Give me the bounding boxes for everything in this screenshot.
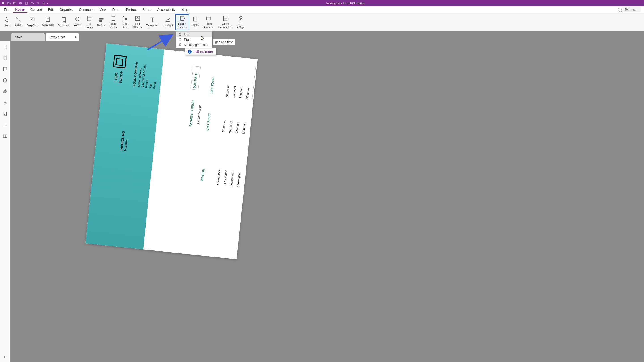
app-logo-icon: [1, 1, 5, 5]
svg-rect-25: [179, 33, 181, 35]
menu-accessibility[interactable]: Accessibility: [154, 6, 178, 12]
ribbon-typewriter[interactable]: Typewriter: [144, 14, 160, 30]
search-input[interactable]: [623, 7, 641, 12]
ribbon-rotate-view[interactable]: RotateView ▾: [108, 14, 119, 30]
menu-edit[interactable]: Edit: [45, 6, 56, 12]
compare-icon[interactable]: [3, 134, 8, 139]
qr-placeholder-icon: [113, 55, 127, 69]
amount-cell: $Amount: [222, 120, 226, 132]
menu-convert[interactable]: Convert: [28, 6, 45, 12]
svg-rect-16: [206, 17, 211, 20]
pdf-page: Logo Name YOUR COMPANY Street Address Ci…: [86, 43, 258, 259]
totals-box: [252, 67, 258, 101]
close-icon[interactable]: ×: [75, 35, 77, 39]
ribbon-from-scanner[interactable]: FromScanner ▾: [201, 14, 216, 30]
description-cell: t description: [236, 171, 241, 187]
ribbon-reflow[interactable]: Reflow: [95, 14, 107, 30]
redo-icon[interactable]: [36, 1, 40, 5]
tell-me-search[interactable]: [616, 7, 643, 12]
svg-rect-12: [136, 16, 140, 20]
menu-form[interactable]: Form: [110, 6, 123, 12]
bookmarks-icon[interactable]: [3, 44, 8, 49]
svg-rect-4: [20, 2, 21, 3]
svg-rect-10: [88, 16, 91, 21]
document-tabs: Start Invoice.pdf×: [0, 31, 644, 41]
amount-cell: $Amount: [235, 122, 240, 134]
from-scanner-icon: [206, 15, 212, 21]
undo-icon[interactable]: [30, 1, 34, 5]
payment-terms-header: PAYMENT TERMS: [188, 100, 195, 127]
document-canvas[interactable]: Logo Name YOUR COMPANY Street Address Ci…: [10, 41, 644, 362]
menu-home[interactable]: Home: [12, 6, 27, 13]
tab-invoice[interactable]: Invoice.pdf×: [46, 33, 79, 41]
svg-rect-21: [4, 102, 6, 104]
menu-file[interactable]: File: [1, 6, 12, 12]
amount-cell: $Amount: [242, 122, 246, 134]
ribbon-toolbar: HandSelect▾SnapShotClipboard▾BookmarkZoo…: [0, 13, 644, 31]
svg-point-0: [2, 2, 4, 4]
page-icon[interactable]: [24, 1, 28, 5]
touch-icon[interactable]: [42, 1, 46, 5]
clipboard-icon: [45, 16, 51, 22]
ribbon-insert[interactable]: Insert▾: [190, 14, 201, 30]
multi-page-rotate-item[interactable]: Multi-page rotate: [176, 42, 212, 48]
svg-rect-2: [14, 2, 15, 3]
search-icon: [618, 7, 622, 12]
comments-icon[interactable]: [3, 67, 8, 71]
layers-icon[interactable]: [3, 78, 8, 83]
menu-organize[interactable]: Organize: [57, 6, 76, 12]
svg-text:OCR: OCR: [224, 18, 229, 20]
open-icon[interactable]: [7, 1, 11, 5]
ribbon-edit-text[interactable]: EditText: [120, 14, 130, 30]
svg-rect-24: [5, 135, 7, 138]
ribbon-edit-object[interactable]: EditObject ▾: [131, 14, 144, 30]
tab-start[interactable]: Start: [11, 33, 45, 41]
rotate-pages-icon: [179, 15, 185, 21]
quick-recognition-icon: OCR: [222, 15, 228, 21]
subtotal-label: Subtotal: [253, 103, 258, 114]
info-icon: ?: [188, 50, 192, 54]
ribbon-fill-sign[interactable]: Fill& Sign: [235, 14, 246, 30]
menu-protect[interactable]: Protect: [123, 6, 139, 12]
security-icon[interactable]: [3, 100, 8, 105]
description-header: RIPTION: [200, 169, 205, 182]
signatures-icon[interactable]: [3, 122, 8, 127]
ribbon-bookmark[interactable]: Bookmark: [56, 14, 72, 30]
ribbon-hand[interactable]: Hand: [1, 14, 12, 30]
ribbon-snapshot[interactable]: SnapShot: [24, 14, 40, 30]
description-cell: t description: [216, 169, 221, 185]
title-bar: ▾ Invoice.pdf - Foxit PDF Editor: [0, 0, 644, 6]
fields-icon[interactable]: [3, 111, 8, 116]
rotate-left-item[interactable]: Left: [176, 31, 212, 37]
svg-rect-11: [112, 16, 115, 20]
ribbon-clipboard[interactable]: Clipboard▾: [40, 14, 56, 30]
menu-share[interactable]: Share: [140, 6, 154, 12]
pages-icon[interactable]: [3, 55, 8, 60]
typewriter-icon: [149, 17, 156, 23]
rotate-right-item[interactable]: Right: [176, 37, 212, 42]
window-title: Invoice.pdf - Foxit PDF Editor: [48, 1, 643, 5]
fill-sign-icon: [238, 15, 244, 21]
ribbon-select[interactable]: Select▾: [13, 14, 24, 30]
svg-point-13: [137, 18, 138, 19]
edit-object-icon: [134, 15, 141, 21]
expand-panel-icon[interactable]: ▶: [4, 356, 6, 358]
print-icon[interactable]: [19, 1, 22, 5]
amount-cell: $Amount: [245, 87, 250, 99]
save-icon[interactable]: [13, 1, 16, 5]
svg-point-7: [32, 18, 33, 20]
menu-comment[interactable]: Comment: [76, 6, 96, 12]
bookmark-icon: [60, 17, 67, 23]
ribbon-highlight[interactable]: Highlight: [161, 14, 175, 30]
ribbon-quick-recognition[interactable]: OCRQuickRecognition: [217, 14, 234, 30]
ribbon-rotate-pages[interactable]: RotatePages ▾: [175, 14, 189, 30]
select-icon: [16, 16, 22, 22]
ribbon-zoom[interactable]: Zoom▾: [72, 14, 83, 30]
tell-me-more-tooltip[interactable]: ? Tell me more: [185, 48, 216, 55]
ribbon-fit-page[interactable]: FitPage ▾: [84, 14, 95, 30]
rotate-view-icon: [110, 15, 116, 21]
menu-view[interactable]: View: [96, 6, 109, 12]
quick-access-toolbar: ▾: [1, 1, 48, 5]
menu-help[interactable]: Help: [179, 6, 191, 12]
attachments-icon[interactable]: [3, 89, 8, 94]
